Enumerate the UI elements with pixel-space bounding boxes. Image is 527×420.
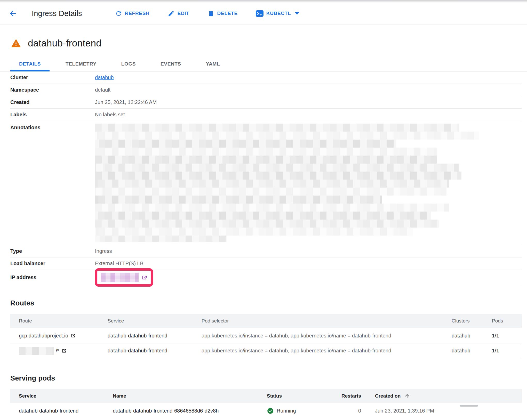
check-circle-icon [267,407,274,414]
serving-pods-table-header: Service Name Status Restarts Created on [10,389,522,403]
warning-icon [10,38,22,49]
created-label: Created [10,99,95,105]
routes-section: Routes Route Service Pod selector Cluste… [10,299,522,358]
kubectl-button[interactable]: KUBECTL [256,10,300,17]
col-name: Name [113,393,267,399]
col-service: Service [108,318,202,324]
route-clusters: datahub [452,348,492,354]
open-in-new-icon[interactable] [141,274,147,281]
pod-name: datahub-datahub-frontend-68646588d6-d2v8… [113,408,267,414]
tab-events[interactable]: EVENTS [152,56,190,71]
detail-row-load-balancer: Load balancer External HTTP(S) LB [10,257,522,270]
main-content: datahub-frontend DETAILS TELEMETRY LOGS … [0,38,527,418]
edit-label: EDIT [178,11,189,16]
annotations-label: Annotations [10,124,95,131]
details-panel: Cluster datahub Namespace default Create… [10,71,522,285]
pod-status-text: Running [277,408,296,414]
ip-highlight-annotation-box [95,268,153,287]
col-pods: Pods [492,318,518,324]
tab-bar: DETAILS TELEMETRY LOGS EVENTS YAML [10,56,522,71]
type-label: Type [10,248,95,254]
detail-row-annotations: Annotations [10,121,522,245]
chevron-down-icon [295,12,299,15]
route-redacted-ip [19,347,54,355]
load-balancer-value: External HTTP(S) LB [95,261,143,266]
open-in-new-icon[interactable] [61,348,67,354]
col-status: Status [267,393,336,399]
routes-table-header: Route Service Pod selector Clusters Pods [10,314,522,328]
detail-row-labels: Labels No labels set [10,109,522,121]
arrow-back-icon [9,9,17,18]
serving-pods-section: Serving pods Service Name Status Restart… [10,374,522,418]
route-pod-selector: app.kubernetes.io/instance = datahub, ap… [202,348,452,354]
col-route: Route [19,318,108,324]
page-title: Ingress Details [32,9,82,18]
route-pod-selector: app.kubernetes.io/instance = datahub, ap… [202,333,452,339]
type-value: Ingress [95,248,112,254]
annotations-redacted-block [95,124,479,242]
created-value: Jun 25, 2021, 12:22:46 AM [95,99,157,105]
tab-yaml[interactable]: YAML [197,56,229,71]
ip-address-redacted-link[interactable] [101,273,139,282]
ingress-details-page: Ingress Details REFRESH EDIT DELETE KUBE… [0,0,527,420]
back-button[interactable] [9,9,17,18]
toolbar: Ingress Details REFRESH EDIT DELETE KUBE… [0,3,527,25]
pod-created-on: Jun 23, 2021, 1:39:16 PM [361,408,518,414]
pod-status: Running [267,407,336,414]
serving-pods-heading: Serving pods [10,374,522,382]
col-pod-selector: Pod selector [202,318,452,324]
refresh-label: REFRESH [125,11,150,16]
cluster-label: Cluster [10,75,95,80]
route-link[interactable]: gcp.datahubproject.io [19,333,68,339]
route-clusters: datahub [452,333,492,339]
delete-trash-icon [207,10,214,17]
route-service: datahub-datahub-frontend [108,348,202,354]
labels-label: Labels [10,112,95,118]
serving-pod-row: datahub-datahub-frontend datahub-datahub… [10,403,522,418]
load-balancer-label: Load balancer [10,261,95,266]
serving-pods-table: Service Name Status Restarts Created on … [10,389,522,418]
pod-service: datahub-datahub-frontend [19,408,113,414]
labels-value: No labels set [95,112,125,118]
edit-pencil-icon [168,10,175,17]
route-suffix: /* [56,348,59,354]
detail-row-cluster: Cluster datahub [10,71,522,84]
detail-row-ip-address: IP address [10,270,522,285]
refresh-button[interactable]: REFRESH [115,10,150,17]
tab-details[interactable]: DETAILS [10,56,50,71]
route-pods: 1/1 [492,333,518,339]
delete-label: DELETE [217,11,238,16]
toolbar-actions: REFRESH EDIT DELETE KUBECTL [115,10,300,17]
col-created-on-sortable[interactable]: Created on [361,393,518,399]
sort-ascending-arrow-icon[interactable] [404,393,410,399]
delete-button[interactable]: DELETE [207,10,238,17]
namespace-value: default [95,87,110,93]
detail-row-type: Type Ingress [10,245,522,257]
horizontal-scrollbar-thumb[interactable] [460,405,478,407]
ip-address-label: IP address [10,274,95,280]
col-service: Service [19,393,113,399]
resource-name: datahub-frontend [28,38,101,49]
cluster-link[interactable]: datahub [95,75,114,80]
resource-heading: datahub-frontend [10,38,522,49]
route-pods: 1/1 [492,348,518,354]
tab-logs[interactable]: LOGS [113,56,145,71]
pod-restarts: 0 [336,408,361,414]
detail-row-created: Created Jun 25, 2021, 12:22:46 AM [10,96,522,109]
route-table-row: gcp.datahubproject.io datahub-datahub-fr… [10,328,522,343]
namespace-label: Namespace [10,87,95,93]
routes-table: Route Service Pod selector Clusters Pods… [10,314,522,358]
terminal-icon [256,10,264,17]
open-in-new-icon[interactable] [70,333,76,338]
edit-button[interactable]: EDIT [168,10,189,17]
col-restarts: Restarts [336,393,361,399]
routes-heading: Routes [10,299,522,307]
col-clusters: Clusters [452,318,492,324]
refresh-icon [115,10,122,17]
kubectl-label: KUBECTL [266,11,291,16]
top-edge-divider [0,0,527,3]
route-table-row: /* datahub-datahub-frontend app.kubernet… [10,343,522,358]
route-service: datahub-datahub-frontend [108,333,202,339]
tab-telemetry[interactable]: TELEMETRY [57,56,105,71]
detail-row-namespace: Namespace default [10,84,522,96]
